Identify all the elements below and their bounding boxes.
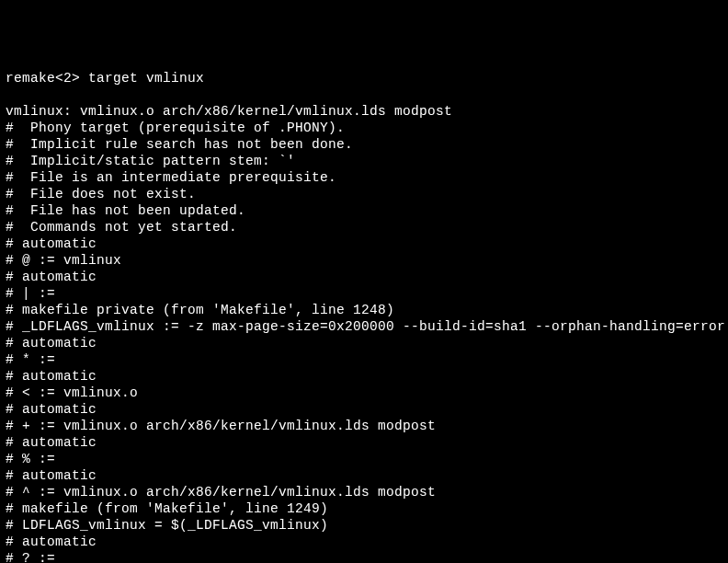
terminal-line: # % := (6, 451, 722, 467)
terminal-line: # automatic (6, 368, 722, 385)
terminal-line: # Commands not yet started. (6, 219, 722, 236)
terminal-line: # ? := (6, 550, 722, 563)
terminal-line: # automatic (6, 434, 722, 451)
terminal-line: # automatic (6, 467, 722, 484)
terminal-line: # automatic (6, 534, 722, 550)
terminal-line: # + := vmlinux.o arch/x86/kernel/vmlinux… (6, 418, 722, 434)
terminal-line: # makefile (from 'Makefile', line 1249) (6, 500, 722, 517)
terminal-line (6, 86, 722, 103)
terminal-line: # File does not exist. (6, 186, 722, 202)
terminal-line: # File has not been updated. (6, 202, 722, 219)
terminal-line: # automatic (6, 335, 722, 351)
terminal-line: vmlinux: vmlinux.o arch/x86/kernel/vmlin… (6, 103, 722, 120)
terminal-line: # LDFLAGS_vmlinux = $(_LDFLAGS_vmlinux) (6, 517, 722, 534)
terminal-line: # Implicit/static pattern stem: `' (6, 153, 722, 169)
terminal-line: # | := (6, 285, 722, 302)
terminal-line: # * := (6, 351, 722, 368)
terminal-line: remake<2> target vmlinux (6, 70, 722, 86)
terminal-line: # Implicit rule search has not been done… (6, 136, 722, 153)
terminal-line: # ^ := vmlinux.o arch/x86/kernel/vmlinux… (6, 484, 722, 500)
terminal-line: # _LDFLAGS_vmlinux := -z max-page-size=0… (6, 318, 722, 335)
terminal-output[interactable]: remake<2> target vmlinux vmlinux: vmlinu… (6, 70, 722, 563)
terminal-line: # automatic (6, 401, 722, 418)
terminal-line: # @ := vmlinux (6, 252, 722, 269)
terminal-line: # makefile private (from 'Makefile', lin… (6, 302, 722, 318)
terminal-line: # File is an intermediate prerequisite. (6, 169, 722, 186)
terminal-line: # automatic (6, 236, 722, 252)
terminal-line: # < := vmlinux.o (6, 385, 722, 401)
terminal-line: # automatic (6, 269, 722, 285)
terminal-line: # Phony target (prerequisite of .PHONY). (6, 120, 722, 136)
